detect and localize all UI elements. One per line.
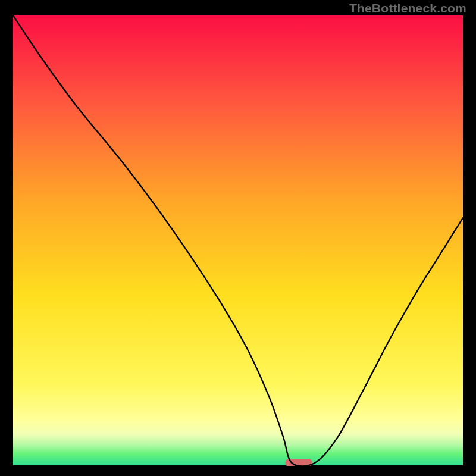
watermark-text: TheBottleneck.com [349, 1, 466, 15]
bottleneck-chart [0, 0, 476, 476]
plot-background [13, 15, 463, 465]
chart-container: TheBottleneck.com [0, 0, 476, 476]
